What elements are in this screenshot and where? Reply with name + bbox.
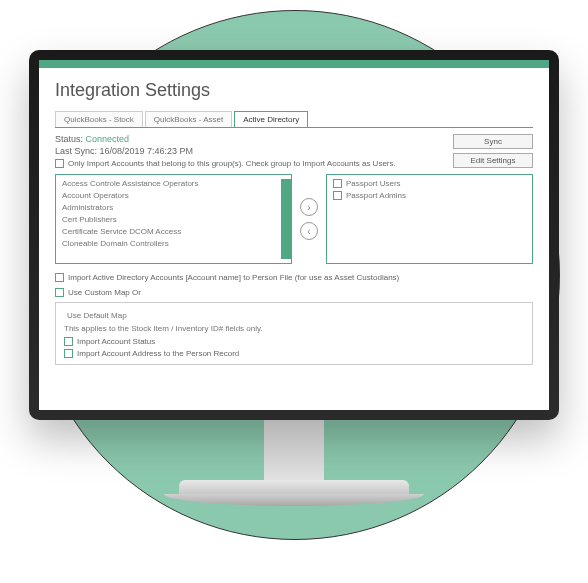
status-value: Connected: [86, 134, 130, 144]
import-account-status-row: Import Account Status: [64, 337, 524, 346]
tab-active-directory[interactable]: Active Directory: [234, 111, 308, 127]
move-left-button[interactable]: ‹: [300, 222, 318, 240]
import-account-address-checkbox[interactable]: [64, 349, 73, 358]
tab-bar: QuickBooks - Stock QuickBooks - Asset Ac…: [55, 111, 533, 128]
window-topbar: [39, 60, 549, 68]
group-lists: Access Controle Assistance Operators Acc…: [55, 174, 533, 264]
monitor-bezel: Integration Settings QuickBooks - Stock …: [29, 50, 559, 420]
selected-groups-list[interactable]: Passport Users Passport Admins: [326, 174, 533, 264]
scrollbar[interactable]: [281, 179, 291, 259]
list-item[interactable]: Cloneable Domain Controllers: [62, 239, 277, 248]
move-right-button[interactable]: ›: [300, 198, 318, 216]
import-ad-accounts-checkbox[interactable]: [55, 273, 64, 282]
list-item[interactable]: Passport Admins: [333, 191, 532, 200]
action-buttons: Sync Edit Settings: [453, 134, 533, 168]
only-import-label: Only Import Accounts that belong to this…: [68, 159, 396, 168]
list-item[interactable]: Cert Publishers: [62, 215, 277, 224]
default-map-fieldset: Use Default Map This applies to the Stoc…: [55, 302, 533, 365]
list-item-label: Passport Admins: [346, 191, 406, 200]
monitor-base-bottom: [164, 494, 424, 506]
monitor-neck: [264, 420, 324, 480]
import-account-address-label: Import Account Address to the Person Rec…: [77, 349, 239, 358]
last-sync-label: Last Sync:: [55, 146, 97, 156]
list-item[interactable]: Access Controle Assistance Operators: [62, 179, 277, 188]
passport-users-checkbox[interactable]: [333, 179, 342, 188]
use-custom-map-label: Use Custom Map Or: [68, 288, 141, 297]
fieldset-legend: Use Default Map: [64, 311, 130, 320]
status-label: Status:: [55, 134, 83, 144]
list-item[interactable]: Account Operators: [62, 191, 277, 200]
list-item[interactable]: Certificate Service DCOM Access: [62, 227, 277, 236]
app-window: Integration Settings QuickBooks - Stock …: [39, 60, 549, 410]
import-account-status-checkbox[interactable]: [64, 337, 73, 346]
transfer-arrows: › ‹: [300, 174, 318, 264]
last-sync-value: 16/08/2019 7:46:23 PM: [100, 146, 194, 156]
list-item[interactable]: Administrators: [62, 203, 277, 212]
import-ad-accounts-label: Import Active Directory Accounts [Accoun…: [68, 273, 399, 282]
window-content: Integration Settings QuickBooks - Stock …: [39, 68, 549, 410]
available-groups-list[interactable]: Access Controle Assistance Operators Acc…: [55, 174, 292, 264]
list-item[interactable]: Passport Users: [333, 179, 532, 188]
fieldset-note: This applies to the Stock Item / Invento…: [64, 324, 524, 333]
monitor-frame: Integration Settings QuickBooks - Stock …: [29, 50, 559, 506]
status-row: Status: Connected Last Sync: 16/08/2019 …: [55, 134, 533, 168]
tab-quickbooks-stock[interactable]: QuickBooks - Stock: [55, 111, 143, 127]
chevron-right-icon: ›: [307, 202, 310, 213]
status-line: Status: Connected: [55, 134, 443, 144]
only-import-checkbox[interactable]: [55, 159, 64, 168]
edit-settings-button[interactable]: Edit Settings: [453, 153, 533, 168]
last-sync-line: Last Sync: 16/08/2019 7:46:23 PM: [55, 146, 443, 156]
import-ad-accounts-row: Import Active Directory Accounts [Accoun…: [55, 273, 533, 282]
import-account-address-row: Import Account Address to the Person Rec…: [64, 349, 524, 358]
sync-button[interactable]: Sync: [453, 134, 533, 149]
status-block: Status: Connected Last Sync: 16/08/2019 …: [55, 134, 443, 168]
list-item-label: Passport Users: [346, 179, 401, 188]
tab-quickbooks-asset[interactable]: QuickBooks - Asset: [145, 111, 232, 127]
import-account-status-label: Import Account Status: [77, 337, 155, 346]
selected-groups-inner: Passport Users Passport Admins: [333, 179, 532, 259]
page-title: Integration Settings: [55, 80, 533, 101]
available-groups-inner: Access Controle Assistance Operators Acc…: [62, 179, 277, 259]
lower-options: Import Active Directory Accounts [Accoun…: [55, 270, 533, 365]
chevron-left-icon: ‹: [307, 226, 310, 237]
passport-admins-checkbox[interactable]: [333, 191, 342, 200]
only-import-row: Only Import Accounts that belong to this…: [55, 159, 443, 168]
use-custom-map-row: Use Custom Map Or: [55, 288, 533, 297]
monitor-base-top: [179, 480, 409, 494]
use-custom-map-checkbox[interactable]: [55, 288, 64, 297]
